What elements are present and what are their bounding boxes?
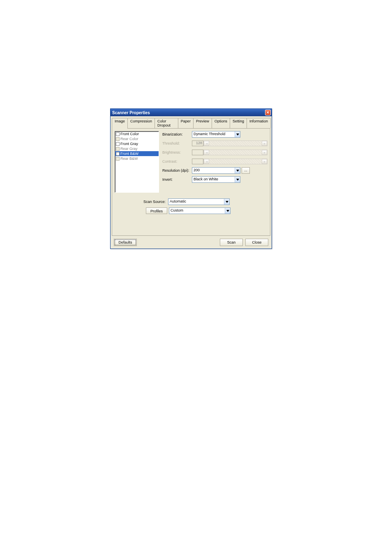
profiles-button[interactable]: Profiles [146, 207, 167, 214]
scan-source-combo[interactable]: Automatic [168, 198, 230, 205]
row-brightness: Brightness: ◂ ▸ [162, 149, 267, 156]
list-item-front-gray[interactable]: Front Gray [115, 141, 159, 146]
contrast-slider: ◂ ▸ [192, 159, 267, 164]
scanner-properties-dialog: Scanner Properties ✕ Image Compression C… [110, 108, 272, 249]
list-item-rear-bw[interactable]: Rear B&W [115, 156, 159, 161]
scroll-left-icon: ◂ [204, 150, 209, 155]
tab-compression[interactable]: Compression [127, 118, 155, 128]
image-selection-list[interactable]: Front Color Rear Color Front Gray Rear G… [115, 131, 159, 193]
checkbox-rear-color[interactable] [116, 137, 120, 141]
contrast-value [192, 159, 203, 164]
row-scan-source: Scan Source: Automatic [119, 198, 263, 205]
scroll-left-icon: ◂ [204, 159, 209, 164]
contrast-scrollbar: ◂ ▸ [203, 159, 267, 164]
defaults-button[interactable]: Defaults [114, 239, 137, 246]
brightness-label: Brightness: [162, 150, 192, 154]
bottom-right-group: Scan Close [220, 239, 268, 246]
tab-content: Front Color Rear Color Front Gray Rear G… [112, 128, 270, 236]
list-label: Front B&W [120, 152, 138, 156]
row-binarization: Binarization: Dynamic Threshold [162, 131, 267, 138]
binarization-value: Dynamic Threshold [192, 131, 235, 137]
tab-information[interactable]: Information [247, 118, 271, 128]
tab-setting[interactable]: Setting [230, 118, 247, 128]
chevron-down-icon[interactable] [235, 168, 240, 173]
threshold-scrollbar: ◂ ▸ [203, 140, 267, 146]
row-profiles: Profiles Custom [119, 207, 263, 214]
threshold-value: 128 [192, 140, 203, 146]
list-item-rear-color[interactable]: Rear Color [115, 136, 159, 141]
titlebar[interactable]: Scanner Properties ✕ [111, 109, 272, 116]
lower-section: Scan Source: Automatic Profiles Custom [115, 197, 267, 233]
list-label: Rear Gray [120, 147, 138, 151]
resolution-combo[interactable]: 200 [192, 167, 240, 174]
chevron-down-icon[interactable] [225, 208, 230, 214]
list-label: Rear Color [120, 137, 138, 141]
scan-button[interactable]: Scan [220, 239, 243, 246]
scroll-track [209, 141, 262, 146]
upper-section: Front Color Rear Color Front Gray Rear G… [115, 131, 267, 193]
brightness-value [192, 150, 203, 155]
chevron-down-icon[interactable] [224, 199, 229, 205]
contrast-label: Contrast: [162, 159, 192, 164]
brightness-scrollbar: ◂ ▸ [203, 150, 267, 155]
invert-label: Invert: [162, 177, 192, 182]
tab-options[interactable]: Options [212, 118, 230, 128]
row-resolution: Resolution (dpi): 200 ... [162, 167, 267, 174]
checkbox-rear-bw[interactable] [116, 157, 120, 161]
row-contrast: Contrast: ◂ ▸ [162, 158, 267, 165]
binarization-label: Binarization: [162, 132, 192, 136]
checkbox-front-bw[interactable]: ✓ [116, 152, 120, 156]
profiles-combo[interactable]: Custom [169, 207, 231, 214]
scan-source-label: Scan Source: [119, 200, 168, 204]
resolution-more-button[interactable]: ... [242, 167, 250, 174]
checkbox-rear-gray[interactable] [116, 147, 120, 151]
list-label: Rear B&W [120, 157, 138, 161]
scroll-track [209, 159, 262, 164]
row-threshold: Threshold: 128 ◂ ▸ [162, 140, 267, 147]
checkbox-front-color[interactable] [116, 132, 120, 136]
close-icon[interactable]: ✕ [265, 110, 271, 115]
binarization-combo[interactable]: Dynamic Threshold [192, 131, 240, 138]
threshold-slider: 128 ◂ ▸ [192, 140, 267, 146]
list-item-front-color[interactable]: Front Color [115, 131, 159, 136]
tab-row: Image Compression Color Dropout Paper Pr… [112, 118, 270, 128]
bottom-button-row: Defaults Scan Close [111, 237, 272, 249]
row-invert: Invert: Black on White [162, 176, 267, 183]
list-item-front-bw[interactable]: ✓ Front B&W [115, 151, 159, 156]
invert-combo[interactable]: Black on White [192, 176, 240, 183]
profiles-value: Custom [169, 208, 225, 214]
scan-source-value: Automatic [168, 199, 224, 205]
scroll-right-icon: ▸ [262, 141, 267, 146]
scroll-right-icon: ▸ [262, 150, 267, 155]
window-title: Scanner Properties [112, 111, 150, 115]
tab-paper[interactable]: Paper [178, 118, 194, 128]
tab-image[interactable]: Image [112, 118, 128, 129]
invert-value: Black on White [192, 177, 235, 182]
resolution-label: Resolution (dpi): [162, 168, 192, 173]
brightness-slider: ◂ ▸ [192, 150, 267, 155]
scroll-right-icon: ▸ [262, 159, 267, 164]
threshold-label: Threshold: [162, 141, 192, 145]
settings-panel: Binarization: Dynamic Threshold Threshol… [162, 131, 267, 193]
list-item-rear-gray[interactable]: Rear Gray [115, 146, 159, 151]
scroll-track [209, 150, 262, 155]
chevron-down-icon[interactable] [235, 131, 240, 137]
checkbox-front-gray[interactable] [116, 142, 120, 146]
resolution-value: 200 [192, 168, 235, 173]
list-label: Front Gray [120, 142, 138, 146]
close-button[interactable]: Close [245, 239, 268, 246]
chevron-down-icon[interactable] [235, 177, 240, 182]
scroll-left-icon: ◂ [204, 141, 209, 146]
list-label: Front Color [120, 132, 139, 136]
tab-color-dropout[interactable]: Color Dropout [154, 118, 178, 128]
tab-preview[interactable]: Preview [193, 118, 212, 128]
